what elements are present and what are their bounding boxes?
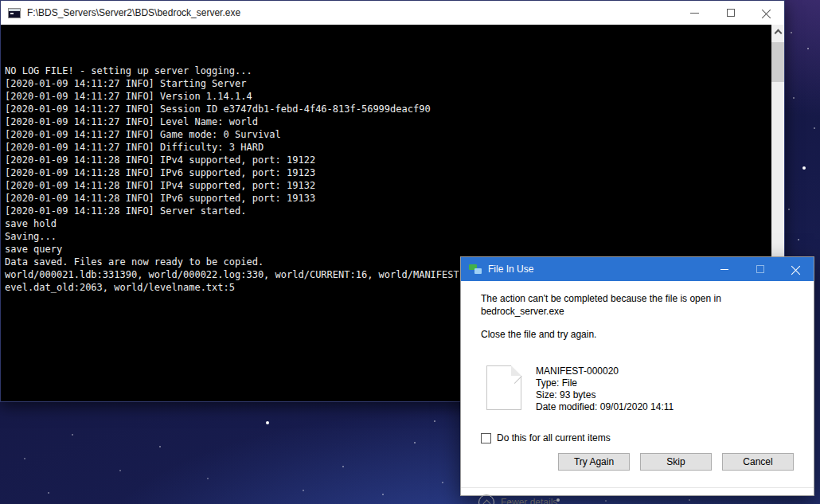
console-maximize-button[interactable] [713,1,748,25]
console-log-line: [2020-01-09 14:11:27 INFO] Version 1.14.… [5,90,768,103]
console-log-line: [2020-01-09 14:11:28 INFO] IPv6 supporte… [5,166,768,179]
console-log-line: save hold [5,217,768,230]
console-log-line: [2020-01-09 14:11:27 INFO] Game mode: 0 … [5,128,768,141]
dialog-body: The action can't be completed because th… [461,281,814,496]
file-metadata: MANIFEST-000020 Type: File Size: 93 byte… [536,365,674,413]
file-icon [486,365,521,410]
dialog-instruction: Close the file and try again. [481,328,596,341]
apply-to-all-row: Do this for all current items [481,432,611,443]
console-log-line: NO LOG FILE! - setting up server logging… [5,64,768,77]
file-size: Size: 93 bytes [536,389,674,401]
minimize-icon [690,13,699,14]
console-log-line: save query [5,243,768,256]
dialog-message-line1: The action can't be completed because th… [481,292,767,305]
console-log-line: [2020-01-09 14:11:28 INFO] IPv4 supporte… [5,179,768,192]
cmd-app-icon [8,8,21,18]
apply-to-all-label: Do this for all current items [497,432,611,443]
dialog-close-button[interactable] [778,257,814,281]
scrollbar-up-button[interactable] [771,25,784,38]
maximize-icon [756,265,764,273]
console-log-line: Saving... [5,230,768,243]
console-log-line: [2020-01-09 14:11:28 INFO] IPv4 supporte… [5,154,768,166]
console-log-line: [2020-01-09 14:11:28 INFO] Server starte… [5,205,768,217]
close-icon [791,264,801,274]
chevron-up-circle-icon [478,494,494,504]
maximize-icon [727,9,735,17]
dialog-minimize-button[interactable] [706,257,742,281]
fewer-details-toggle[interactable]: Fewer details [478,494,557,504]
file-name: MANIFEST-000020 [536,365,674,377]
console-log-line: [2020-01-09 14:11:27 INFO] Session ID e3… [5,103,768,115]
dialog-caption-buttons [706,257,814,281]
file-in-use-dialog: File In Use The action can't be complete… [460,256,814,496]
file-date-modified: Date modified: 09/01/2020 14:11 [536,401,674,413]
dialog-title: File In Use [488,264,533,275]
dialog-titlebar[interactable]: File In Use [461,257,814,281]
file-info-block: MANIFEST-000020 Type: File Size: 93 byte… [486,365,674,413]
close-icon [762,8,771,18]
console-log: NO LOG FILE! - setting up server logging… [5,26,768,294]
cancel-button[interactable]: Cancel [722,453,794,471]
console-log-line: [2020-01-09 14:11:27 INFO] Difficulty: 3… [5,141,768,154]
try-again-button[interactable]: Try Again [558,453,630,471]
console-minimize-button[interactable] [677,1,713,25]
dialog-divider [461,487,814,488]
console-window-title: F:\BDS_Servers\Server2\BDS\bedrock_serve… [27,7,240,18]
file-type: Type: File [536,377,674,389]
console-log-line: [2020-01-09 14:11:27 INFO] Starting Serv… [5,77,768,90]
console-titlebar[interactable]: F:\BDS_Servers\Server2\BDS\bedrock_serve… [1,1,784,25]
console-caption-buttons [677,1,784,25]
scrollbar-thumb[interactable] [771,42,784,82]
dialog-message: The action can't be completed because th… [481,292,767,318]
minimize-icon [720,269,728,270]
fewer-details-label: Fewer details [501,497,557,504]
dialog-message-line2: bedrock_server.exe [481,305,767,318]
apply-to-all-checkbox[interactable] [481,433,491,443]
console-log-line: [2020-01-09 14:11:28 INFO] IPv6 supporte… [5,192,768,205]
file-operation-icon [469,264,482,274]
console-log-line: [2020-01-09 14:11:27 INFO] Level Name: w… [5,115,768,128]
console-close-button[interactable] [748,1,784,25]
chevron-up-icon [774,29,782,37]
dialog-maximize-button [742,257,778,281]
dialog-button-row: Try Again Skip Cancel [461,453,814,471]
skip-button[interactable]: Skip [640,453,712,471]
